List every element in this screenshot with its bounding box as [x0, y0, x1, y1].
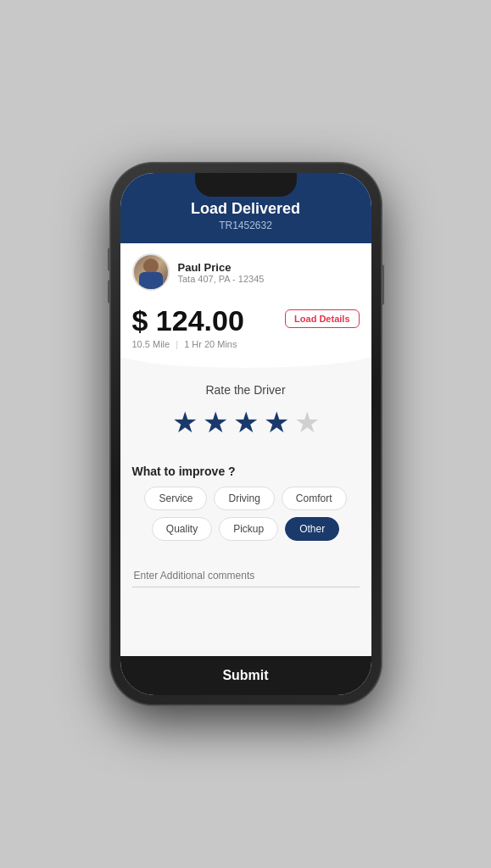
tag-pickup[interactable]: Pickup	[219, 517, 278, 541]
comments-input[interactable]	[132, 565, 360, 587]
tag-driving[interactable]: Driving	[214, 487, 274, 510]
tag-comfort[interactable]: Comfort	[282, 487, 347, 510]
driver-text: Paul Price Tata 407, PA - 12345	[178, 261, 265, 284]
driver-vehicle: Tata 407, PA - 12345	[178, 274, 265, 284]
star-4[interactable]: ★	[264, 405, 289, 439]
trip-info: 10.5 Mile | 1 Hr 20 Mins	[132, 339, 360, 349]
comments-section	[120, 556, 371, 656]
amount-value: $ 124.00	[132, 304, 244, 337]
rating-section: Rate the Driver ★ ★ ★ ★ ★	[120, 370, 371, 459]
tag-other[interactable]: Other	[285, 517, 339, 541]
amount-section: $ 124.00 Load Details 10.5 Mile | 1 Hr 2…	[120, 299, 371, 358]
load-details-button[interactable]: Load Details	[285, 309, 359, 328]
rate-label: Rate the Driver	[132, 383, 360, 397]
header-title: Load Delivered	[134, 200, 358, 218]
tags-row-1: Service Driving Comfort	[132, 487, 360, 510]
tag-quality[interactable]: Quality	[152, 517, 212, 541]
driver-info: Paul Price Tata 407, PA - 12345	[132, 253, 360, 291]
submit-button[interactable]: Submit	[132, 668, 360, 683]
header-subtitle: TR1452632	[134, 220, 358, 231]
tag-service[interactable]: Service	[144, 487, 207, 510]
stars-row[interactable]: ★ ★ ★ ★ ★	[132, 405, 360, 439]
wavy-divider	[120, 358, 371, 370]
driver-card: Paul Price Tata 407, PA - 12345	[120, 243, 371, 299]
avatar	[132, 253, 170, 291]
star-3[interactable]: ★	[233, 405, 259, 439]
star-2[interactable]: ★	[203, 405, 228, 439]
trip-distance: 10.5 Mile	[132, 339, 170, 349]
footer: Submit	[120, 656, 371, 695]
trip-separator: |	[176, 339, 178, 349]
tags-row-2: Quality Pickup Other	[132, 517, 360, 541]
improve-label: What to improve ?	[132, 465, 360, 478]
star-1[interactable]: ★	[172, 405, 198, 439]
trip-duration: 1 Hr 20 Mins	[184, 339, 237, 349]
star-5[interactable]: ★	[294, 405, 320, 439]
amount-row: $ 124.00 Load Details	[132, 304, 360, 337]
notch	[195, 173, 297, 197]
driver-name: Paul Price	[178, 261, 265, 274]
content-area: Paul Price Tata 407, PA - 12345 $ 124.00…	[120, 243, 371, 656]
improve-section: What to improve ? Service Driving Comfor…	[120, 459, 371, 556]
